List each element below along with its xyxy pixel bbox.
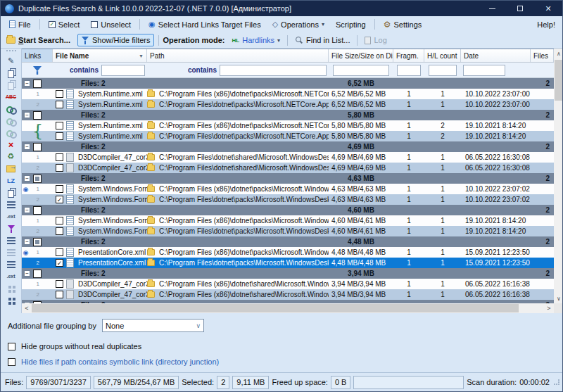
group-header-row[interactable]: −Files: 26,52 MB2 [22, 78, 554, 89]
column-header-date[interactable]: Date [461, 49, 531, 62]
group-checkbox[interactable] [33, 206, 42, 215]
menu-select[interactable]: ✓ Select [44, 19, 84, 30]
grid-settings-button[interactable] [4, 294, 19, 306]
list-view-button[interactable] [4, 234, 19, 246]
file-row[interactable]: 1{System.Runtime.xmlC:\Program Files (x8… [22, 120, 554, 131]
copy-selection-button[interactable] [4, 67, 19, 79]
menu-select-hardlink-targets[interactable]: ◉ Select Hard Links Target Files [144, 18, 265, 30]
collapse-icon[interactable]: − [24, 239, 30, 245]
file-row[interactable]: 1System.Windows.Forms.xmlC:\Program File… [22, 215, 554, 226]
vertical-scroll-thumb[interactable] [555, 60, 563, 101]
group-checkbox[interactable] [33, 238, 42, 246]
file-row[interactable]: ◉1PresentationCore.xmlC:\Program Files (… [22, 247, 554, 258]
file-row[interactable]: 1System.Runtime.xmlC:\Program Files (x86… [22, 89, 554, 99]
group-checkbox[interactable] [33, 175, 42, 183]
exclude-mask-button[interactable]: ABC [4, 91, 19, 103]
filter-fragm-input[interactable] [397, 65, 421, 76]
menu-scripting[interactable]: Scripting [331, 19, 370, 30]
grid-view-disabled-button[interactable] [4, 282, 19, 294]
scroll-left-icon[interactable]: < [22, 303, 32, 313]
group-checkbox[interactable] [33, 111, 42, 120]
group-checkbox[interactable] [33, 80, 42, 88]
file-row[interactable]: 2System.Windows.Forms.xmlC:\Program File… [22, 226, 554, 236]
collapse-icon[interactable]: − [24, 207, 30, 213]
maximize-button[interactable] [506, 1, 534, 16]
file-checkbox[interactable] [56, 280, 63, 288]
find-in-list-button[interactable]: Find in List... [292, 34, 353, 46]
start-search-button[interactable]: Start Search... [4, 34, 73, 46]
file-checkbox[interactable] [56, 153, 63, 161]
file-checkbox[interactable] [56, 164, 63, 172]
file-row[interactable]: 2D3DCompiler_47_cor3.dllC:\Program Files… [22, 289, 554, 300]
filter-name-input[interactable] [101, 65, 145, 76]
file-checkbox[interactable] [56, 248, 63, 256]
vertical-scrollbar[interactable]: ∧ ∨ [554, 49, 563, 313]
collapse-icon[interactable]: − [24, 270, 30, 277]
file-checkbox[interactable] [56, 90, 63, 98]
file-checkbox[interactable] [56, 291, 63, 298]
file-checkbox[interactable] [56, 196, 63, 203]
group-checkbox[interactable] [33, 143, 42, 151]
list-columns-button[interactable] [4, 258, 19, 270]
filter-date-input[interactable] [463, 65, 505, 76]
scroll-up-icon[interactable]: ∧ [554, 49, 563, 58]
group-header-row[interactable]: −Files: 23,94 MB2 [22, 268, 554, 279]
collapse-icon[interactable]: − [24, 112, 30, 118]
show-hide-filters-button[interactable]: Show/Hide filters [77, 34, 154, 46]
file-checkbox[interactable] [56, 217, 63, 225]
compress-lz-button[interactable]: LZ [4, 175, 19, 186]
column-header-hl-count[interactable]: H/L count [424, 49, 461, 62]
column-header-size[interactable]: File Size/Size on Disk [329, 49, 393, 62]
operation-mode-dropdown[interactable]: HL Hardlinks ▾ [229, 34, 284, 46]
menu-unselect[interactable]: Unselect [87, 19, 135, 30]
scroll-right-icon[interactable]: > [544, 303, 554, 313]
copy-selection-disabled-button[interactable] [4, 79, 19, 91]
create-symlinks-button[interactable] [4, 115, 19, 127]
resize-grip[interactable] [554, 379, 559, 385]
menu-settings[interactable]: ⚙ Settings [379, 18, 426, 31]
horizontal-scrollbar[interactable]: < > [22, 303, 554, 313]
menu-file[interactable]: File [5, 19, 35, 30]
group-checkbox[interactable] [33, 270, 42, 278]
file-row[interactable]: 2PresentationCore.xmlC:\Program Files\do… [22, 258, 554, 268]
create-junctions-button[interactable] [4, 127, 19, 139]
filter-hl-input[interactable] [429, 65, 457, 76]
group-header-row[interactable]: −Files: 24,48 MB2 [22, 236, 554, 247]
file-checkbox[interactable] [56, 132, 63, 140]
column-header-file-name[interactable]: File Name ▼ [53, 49, 147, 62]
column-header-files[interactable]: Files [531, 49, 554, 62]
collapse-icon[interactable]: − [24, 80, 30, 87]
filter-size-input[interactable] [333, 65, 389, 76]
log-button[interactable]: Log [362, 34, 389, 46]
group-header-row[interactable]: −Files: 24,69 MB2 [22, 141, 554, 152]
scroll-down-icon[interactable]: ∨ [554, 293, 563, 303]
recycle-bin-button[interactable]: ♻ [4, 151, 19, 163]
hide-groups-checkbox[interactable] [8, 343, 15, 350]
file-row[interactable]: 1D3DCompiler_47_cor3.dllC:\Program Files… [22, 279, 554, 289]
ext-filter-button[interactable]: .ext [4, 210, 19, 222]
collapse-icon[interactable]: − [24, 175, 30, 182]
grouping-select[interactable]: None ∨ [102, 319, 204, 332]
group-header-row[interactable]: −Files: 24,60 MB2 [22, 205, 554, 215]
list-view-disabled-button[interactable] [4, 246, 19, 258]
file-checkbox[interactable] [56, 259, 63, 267]
close-button[interactable]: ✕ [534, 1, 562, 16]
group-header-row[interactable]: −Files: 24,63 MB2 [22, 173, 554, 184]
ext-columns-button[interactable]: .ext [4, 270, 19, 282]
hide-symlink-paths-checkbox[interactable] [8, 358, 15, 366]
menu-help[interactable]: Help! [534, 19, 558, 30]
filter-selected-button[interactable] [4, 222, 19, 234]
column-header-links[interactable]: Links [22, 49, 53, 62]
horizontal-scroll-track[interactable] [32, 303, 544, 313]
file-checkbox[interactable] [56, 227, 63, 235]
file-row[interactable]: 2System.Runtime.xmlC:\Program Files\dotn… [22, 99, 554, 110]
horizontal-scroll-thumb[interactable] [32, 304, 519, 312]
collapse-icon[interactable]: − [24, 144, 30, 150]
create-hardlinks-button[interactable] [4, 103, 19, 115]
file-row[interactable]: 2System.Runtime.xmlC:\Program Files\dotn… [22, 131, 554, 141]
menu-operations[interactable]: ◇ Operations ▾ [268, 18, 329, 30]
export-list-button[interactable] [4, 198, 19, 210]
file-row[interactable]: 1D3DCompiler_47_cor3.dllC:\Program Files… [22, 152, 554, 163]
file-checkbox[interactable] [56, 185, 63, 193]
file-checkbox[interactable] [56, 122, 63, 129]
